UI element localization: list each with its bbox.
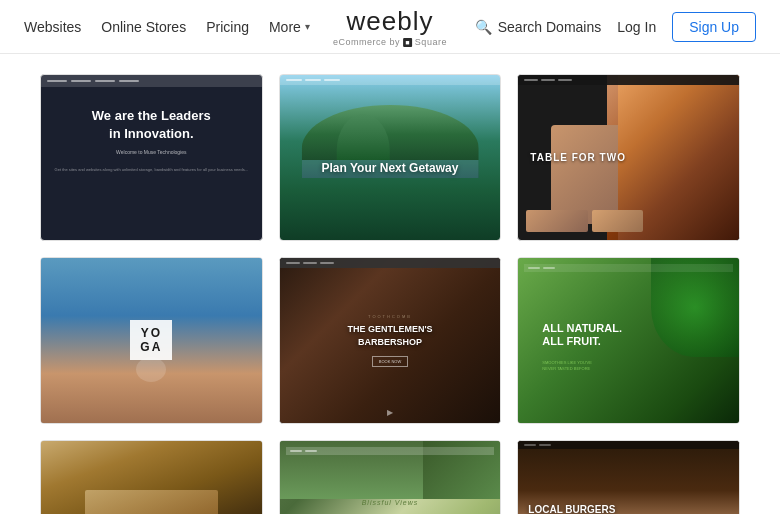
search-icon: 🔍 — [475, 19, 492, 35]
gallery-item-burgers[interactable]: LOCAL BURGERSDONE RIGHT ORDER NOW GREAT … — [517, 440, 740, 514]
gallery-item-barbershop[interactable]: TOOTHCOMB THE GENTLEMEN'SBARBERSHOP BOOK… — [279, 257, 502, 424]
nav-more-button[interactable]: More ▾ — [269, 19, 310, 35]
thumb1-body: Get the sites and websites along with un… — [41, 167, 262, 172]
gallery-item-urbandine[interactable]: TABLE FOR TWO — [517, 74, 740, 241]
thumb2-title: Plan Your Next Getaway — [322, 161, 459, 175]
thumb6-overlay: ALL NATURAL.ALL FRUIT. SMOOTHIES LIKE YO… — [518, 258, 739, 423]
thumb4-yoga-box: YOGA — [130, 320, 172, 360]
thumb5-title: THE GENTLEMEN'SBARBERSHOP — [347, 323, 432, 348]
nav-more-label: More — [269, 19, 301, 35]
gallery-item-muse[interactable]: We are the Leadersin Innovation. Welcome… — [40, 74, 263, 241]
thumb6-subtitle: SMOOTHIES LIKE YOU'VENEVER TASTED BEFORE — [530, 360, 604, 371]
thumb6-title: ALL NATURAL.ALL FRUIT. — [530, 310, 634, 360]
gallery-item-acquire[interactable]: ACQUIRE — [40, 440, 263, 514]
gallery-item-yoga[interactable]: She is Also 🔍 YOGA — [40, 257, 263, 424]
thumb9-hero: LOCAL BURGERSDONE RIGHT ORDER NOW — [518, 441, 739, 514]
signup-button[interactable]: Sign Up — [672, 12, 756, 42]
chevron-down-icon: ▾ — [305, 21, 310, 32]
thumb1-subtitle: Welcome to Muse Technologies — [53, 149, 250, 155]
thumb5-brand: TOOTHCOMB — [347, 314, 432, 319]
gallery-item-travellin[interactable]: Plan Your Next Getaway — [279, 74, 502, 241]
search-domains-label: Search Domains — [498, 19, 602, 35]
logo-text: weebly — [333, 6, 447, 37]
login-button[interactable]: Log In — [617, 19, 656, 35]
header: Websites Online Stores Pricing More ▾ we… — [0, 0, 780, 54]
logo-subtitle: eCommerce by ■ Square — [333, 37, 447, 47]
nav-online-stores[interactable]: Online Stores — [101, 19, 186, 35]
gallery-grid: We are the Leadersin Innovation. Welcome… — [0, 54, 780, 514]
thumb9-title: LOCAL BURGERSDONE RIGHT — [528, 503, 729, 515]
thumb1-title: We are the Leadersin Innovation. — [53, 107, 250, 143]
search-domains-button[interactable]: 🔍 Search Domains — [475, 19, 602, 35]
thumb8-brand: Blissful Views — [290, 499, 491, 506]
main-nav: Websites Online Stores Pricing More ▾ — [24, 19, 310, 35]
nav-websites[interactable]: Websites — [24, 19, 81, 35]
nav-pricing[interactable]: Pricing — [206, 19, 249, 35]
gallery-item-blissful-views[interactable]: Blissful Views Never Underestimate the J… — [279, 440, 502, 514]
thumb3-title: TABLE FOR TWO — [530, 152, 727, 163]
header-actions: 🔍 Search Domains Log In Sign Up — [475, 12, 756, 42]
gallery-item-nectar[interactable]: ALL NATURAL.ALL FRUIT. SMOOTHIES LIKE YO… — [517, 257, 740, 424]
logo[interactable]: weebly eCommerce by ■ Square — [333, 6, 447, 47]
